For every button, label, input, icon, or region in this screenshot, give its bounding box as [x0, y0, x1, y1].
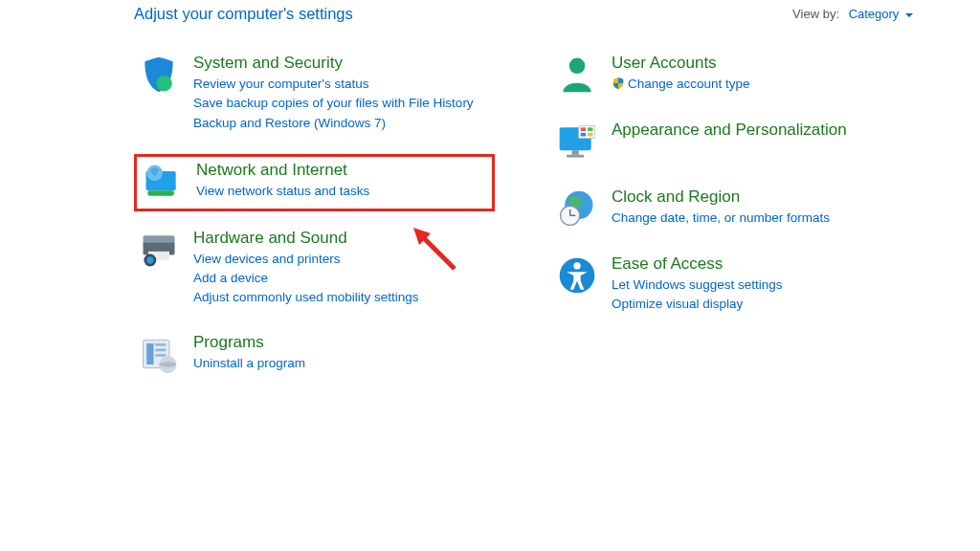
printer-icon: [138, 229, 180, 271]
category-programs: Programs Uninstall a program: [134, 329, 495, 379]
category-link[interactable]: Add a device: [193, 269, 419, 288]
svg-rect-22: [588, 127, 593, 131]
svg-rect-10: [146, 343, 153, 364]
svg-point-30: [573, 262, 580, 269]
svg-rect-12: [155, 348, 166, 351]
category-link[interactable]: Optimize visual display: [612, 295, 783, 314]
category-title[interactable]: Appearance and Personalization: [612, 121, 847, 140]
viewby-control[interactable]: View by: Category: [792, 7, 913, 21]
programs-icon: [138, 333, 180, 375]
page-title: Adjust your computer's settings: [134, 5, 353, 23]
svg-rect-3: [147, 190, 174, 196]
category-link[interactable]: Change account type: [612, 75, 750, 94]
monitor-icon: [556, 121, 598, 163]
category-ease-of-access: Ease of Access Let Windows suggest setti…: [552, 251, 913, 319]
svg-point-0: [156, 76, 172, 92]
accessibility-icon: [556, 254, 598, 297]
category-title[interactable]: Clock and Region: [612, 187, 830, 207]
shield-icon: [138, 54, 180, 96]
category-link[interactable]: View network status and tasks: [196, 182, 369, 201]
svg-rect-19: [567, 155, 584, 158]
svg-rect-13: [155, 354, 166, 357]
category-link[interactable]: Change date, time, or number formats: [612, 209, 830, 228]
svg-rect-24: [588, 133, 593, 137]
chevron-down-icon: [905, 13, 913, 17]
category-title[interactable]: Network and Internet: [196, 161, 369, 180]
svg-rect-18: [572, 150, 579, 155]
globe-clock-icon: [556, 187, 598, 230]
category-link[interactable]: View devices and printers: [193, 250, 419, 269]
svg-rect-21: [581, 127, 587, 131]
svg-point-8: [146, 256, 153, 263]
category-link[interactable]: Review your computer's status: [193, 75, 474, 94]
svg-rect-11: [155, 343, 166, 346]
category-title[interactable]: Programs: [193, 333, 305, 352]
category-title[interactable]: User Accounts: [612, 54, 750, 73]
category-appearance: Appearance and Personalization: [552, 117, 913, 166]
uac-shield-icon: [612, 77, 625, 90]
viewby-label: View by:: [792, 7, 839, 21]
network-icon: [141, 161, 183, 203]
category-title[interactable]: Ease of Access: [612, 254, 783, 274]
svg-rect-5: [144, 235, 175, 242]
category-hardware-sound: Hardware and Sound View devices and prin…: [134, 225, 495, 312]
category-link[interactable]: Let Windows suggest settings: [612, 276, 783, 295]
category-system-security: System and Security Review your computer…: [134, 50, 495, 137]
link-text: Change account type: [628, 77, 750, 91]
category-link[interactable]: Save backup copies of your files with Fi…: [193, 94, 474, 113]
category-clock-region: Clock and Region Change date, time, or n…: [552, 184, 913, 233]
viewby-value[interactable]: Category: [849, 7, 900, 21]
svg-point-16: [569, 58, 586, 75]
user-icon: [556, 54, 598, 96]
category-link[interactable]: Uninstall a program: [193, 354, 305, 373]
category-title[interactable]: Hardware and Sound: [193, 229, 419, 248]
category-link[interactable]: Adjust commonly used mobility settings: [193, 288, 419, 307]
svg-point-26: [561, 206, 580, 225]
category-title[interactable]: System and Security: [193, 54, 474, 73]
category-link[interactable]: Backup and Restore (Windows 7): [193, 114, 474, 133]
category-network-internet: Network and Internet View network status…: [134, 154, 495, 211]
svg-rect-23: [581, 133, 587, 137]
svg-point-15: [159, 362, 176, 367]
category-user-accounts: User Accounts Change account type: [552, 50, 913, 99]
